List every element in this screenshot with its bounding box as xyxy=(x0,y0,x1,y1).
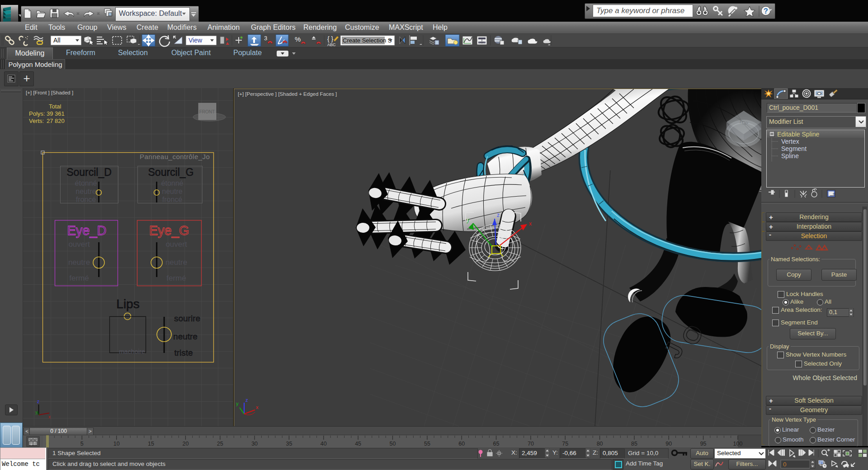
svg-text:x: x xyxy=(256,404,259,410)
svg-text:ouvert: ouvert xyxy=(68,240,90,249)
svg-text:neutre: neutre xyxy=(173,332,198,341)
svg-text:Sourcil_D: Sourcil_D xyxy=(66,166,112,178)
svg-text:fermé: fermé xyxy=(166,274,186,282)
svg-text:neutre: neutre xyxy=(68,258,90,267)
svg-text:neutre: neutre xyxy=(162,188,182,195)
svg-text:0: 0 xyxy=(783,461,787,468)
svg-text:55: 55 xyxy=(424,441,430,447)
svg-text:Create Selection S: Create Selection S xyxy=(343,37,392,44)
svg-text:Lips: Lips xyxy=(116,297,139,311)
svg-text:froncé: froncé xyxy=(76,196,96,203)
svg-text:ABC: ABC xyxy=(327,42,336,47)
svg-text:[+] [Perspective ] [Shaded + E: [+] [Perspective ] [Shaded + Edged Faces… xyxy=(238,91,337,97)
svg-text:neutre: neutre xyxy=(165,258,187,267)
svg-text:Eye_G: Eye_G xyxy=(149,223,189,238)
svg-text:?: ? xyxy=(764,7,768,15)
svg-text:5: 5 xyxy=(80,441,84,447)
svg-text:Verts:: Verts: xyxy=(29,118,44,124)
svg-text:100: 100 xyxy=(733,441,743,447)
svg-text:Eye_D: Eye_D xyxy=(67,223,106,238)
svg-text:x: x xyxy=(48,414,51,419)
svg-text:froncé: froncé xyxy=(162,196,183,203)
svg-text:[+] [Front ] [Shaded ]: [+] [Front ] [Shaded ] xyxy=(26,90,73,95)
svg-text:x: x xyxy=(529,221,532,227)
svg-text:Panneau_contrôle_Jo: Panneau_contrôle_Jo xyxy=(140,153,210,160)
svg-text:y: y xyxy=(236,401,239,406)
svg-text:3: 3 xyxy=(264,35,267,42)
svg-text:étonné: étonné xyxy=(161,179,184,187)
svg-text:35: 35 xyxy=(286,441,292,447)
svg-text:neutre: neutre xyxy=(75,188,96,195)
svg-text:Polys:: Polys: xyxy=(29,110,45,117)
svg-text:20: 20 xyxy=(182,441,189,447)
svg-text:Sourcil_G: Sourcil_G xyxy=(148,166,194,178)
svg-text:65: 65 xyxy=(493,441,500,447)
svg-text:z: z xyxy=(245,397,248,403)
svg-text:95: 95 xyxy=(700,441,707,447)
svg-text:50: 50 xyxy=(390,441,396,447)
svg-text:ouvert: ouvert xyxy=(165,240,187,249)
svg-text:10: 10 xyxy=(113,441,120,447)
svg-text:45: 45 xyxy=(355,441,361,447)
svg-text:étonné: étonné xyxy=(75,179,97,187)
svg-text:z: z xyxy=(37,399,39,404)
svg-text:%: % xyxy=(295,35,301,43)
svg-text:y: y xyxy=(467,217,469,223)
svg-text:machoire: machoire xyxy=(119,348,145,355)
svg-text:39 361: 39 361 xyxy=(47,110,65,117)
svg-text:60: 60 xyxy=(458,441,465,447)
svg-text:75: 75 xyxy=(562,441,568,447)
svg-text:70: 70 xyxy=(528,441,534,447)
svg-text:{ }: { } xyxy=(327,35,334,42)
svg-text:25: 25 xyxy=(217,441,223,447)
svg-text:Total: Total xyxy=(49,103,61,110)
svg-text:triste: triste xyxy=(174,348,193,357)
svg-text:sourire: sourire xyxy=(174,314,200,323)
svg-text:FRONT: FRONT xyxy=(199,109,215,114)
svg-text:27 820: 27 820 xyxy=(47,118,65,124)
svg-text:85: 85 xyxy=(631,441,637,447)
svg-text:30: 30 xyxy=(251,441,258,447)
svg-text:fermé: fermé xyxy=(69,274,89,282)
svg-text:View: View xyxy=(189,37,203,44)
svg-text:90: 90 xyxy=(665,441,672,447)
svg-text:All: All xyxy=(53,37,61,44)
svg-text:y: y xyxy=(35,410,38,415)
svg-text:80: 80 xyxy=(597,441,603,447)
svg-text:15: 15 xyxy=(148,441,154,447)
svg-text:z: z xyxy=(497,212,500,218)
svg-text:40: 40 xyxy=(321,441,327,447)
